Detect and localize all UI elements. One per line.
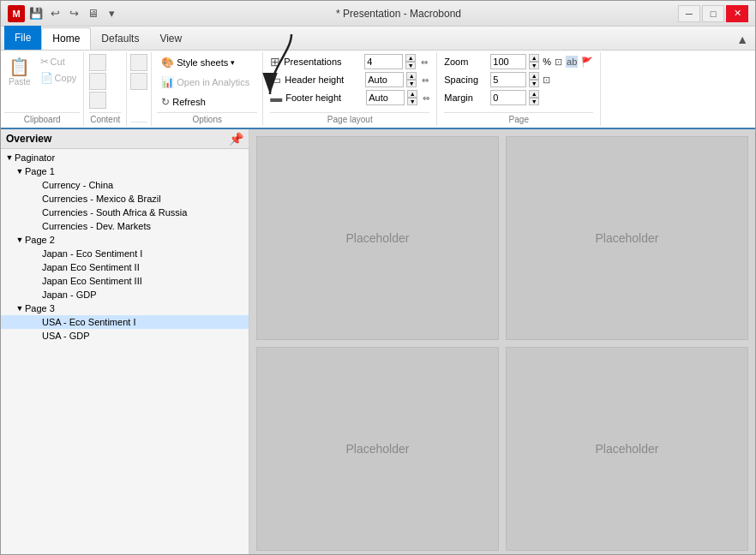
tree-page-3[interactable]: ▼ Page 3 [1, 301, 249, 315]
ribbon-collapse-icon[interactable]: ▲ [733, 29, 752, 50]
copy-label: Copy [55, 73, 77, 83]
tree-item-currencies-mexico[interactable]: Currencies - Mexico & Brazil [1, 192, 249, 206]
zoom-icon-2[interactable]: ab [566, 56, 578, 68]
page-label: Page [444, 112, 593, 124]
tree-page-1[interactable]: ▼ Page 1 [1, 164, 249, 178]
page-layout-label: Page layout [270, 112, 429, 124]
spacing-icon[interactable]: ⊡ [543, 75, 550, 86]
margin-up[interactable]: ▲ [529, 90, 539, 98]
spacing-row: Spacing ▲ ▼ ⊡ [444, 72, 593, 87]
minimize-button[interactable]: ─ [678, 5, 700, 22]
content-area: Placeholder Placeholder Placeholder Plac… [249, 129, 755, 555]
japan-eco-2-label: Japan Eco Sentiment II [42, 262, 140, 272]
margin-input[interactable] [490, 90, 526, 105]
japan-gdp-label: Japan - GDP [42, 289, 97, 300]
zoom-pct: % [543, 57, 551, 67]
footer-expand[interactable]: ⇔ [423, 93, 429, 103]
header-expand[interactable]: ⇔ [422, 75, 429, 85]
open-analytics-button[interactable]: 📊 Open in Analytics [157, 74, 257, 91]
spacing-label: Spacing [444, 75, 487, 85]
spacing-up[interactable]: ▲ [529, 72, 539, 80]
paste-button[interactable]: 📋 Paste [4, 54, 35, 89]
tree-japan-eco-1[interactable]: Japan - Eco Sentiment I [1, 247, 249, 260]
tab-defaults[interactable]: Defaults [91, 27, 149, 50]
sidebar-pin-icon[interactable]: 📌 [229, 132, 243, 146]
restore-button[interactable]: □ [702, 5, 724, 22]
content-icon-4[interactable] [130, 54, 147, 71]
style-sheets-label: Style sheets [177, 57, 228, 68]
ribbon-tabs: File Home Defaults View ▲ [1, 27, 755, 51]
tree-usa-eco-1[interactable]: USA - Eco Sentiment I [1, 315, 249, 329]
margin-down[interactable]: ▼ [529, 98, 539, 105]
save-icon[interactable]: 💾 [28, 6, 44, 21]
content-icon-1[interactable] [89, 54, 106, 71]
tree-japan-eco-3[interactable]: Japan Eco Sentiment III [1, 274, 249, 288]
footer-up[interactable]: ▲ [407, 90, 417, 98]
copy-button[interactable]: 📄 Copy [37, 70, 81, 86]
content-group-2 [127, 52, 152, 126]
placeholder-4: Placeholder [506, 347, 748, 551]
margin-spinner: ▲ ▼ [529, 90, 539, 105]
header-up[interactable]: ▲ [406, 72, 417, 80]
page3-label: Page 3 [25, 303, 55, 313]
footer-height-input[interactable] [366, 90, 405, 105]
tree-item-currency-china[interactable]: Currency - China [1, 178, 249, 192]
zoom-icon-3[interactable]: 🚩 [581, 57, 593, 68]
presentations-spinner: ▲ ▼ [405, 54, 416, 69]
spacing-spinner: ▲ ▼ [529, 72, 539, 87]
tree-page-2[interactable]: ▼ Page 2 [1, 233, 249, 247]
tab-file[interactable]: File [4, 26, 41, 50]
presentations-input[interactable] [364, 54, 403, 69]
tab-view[interactable]: View [149, 27, 192, 50]
cut-copy-buttons: ✂ Cut 📄 Copy [37, 54, 81, 86]
undo-icon[interactable]: ↩ [47, 6, 63, 21]
zoom-input[interactable] [490, 54, 526, 69]
margin-row: Margin ▲ ▼ [444, 90, 593, 105]
page-layout-group: ⊞ Presentations ▲ ▼ ⇔ ▭ Header height ▲ … [263, 52, 437, 126]
tree-japan-gdp[interactable]: Japan - GDP [1, 288, 249, 301]
header-height-input[interactable] [365, 72, 404, 87]
options-group: 🎨 Style sheets ▾ 📊 Open in Analytics ↻ R… [152, 52, 263, 126]
paginator-label: Paginator [15, 152, 55, 163]
copy-icon: 📄 [40, 72, 53, 84]
tree-item-currencies-sa-russia[interactable]: Currencies - South Africa & Russia [1, 206, 249, 219]
options-label: Options [157, 112, 257, 124]
style-sheets-icon: 🎨 [161, 57, 174, 69]
redo-icon[interactable]: ↪ [66, 6, 81, 21]
tree-japan-eco-2[interactable]: Japan Eco Sentiment II [1, 260, 249, 274]
zoom-up[interactable]: ▲ [529, 54, 539, 62]
presentations-down[interactable]: ▼ [405, 62, 416, 69]
content-icon-3[interactable] [89, 92, 106, 109]
zoom-icon-1[interactable]: ⊡ [555, 57, 562, 68]
page1-arrow: ▼ [15, 167, 25, 176]
footer-down[interactable]: ▼ [407, 98, 417, 105]
style-sheets-button[interactable]: 🎨 Style sheets ▾ [157, 54, 257, 71]
presentations-up[interactable]: ▲ [405, 54, 416, 62]
tree-paginator[interactable]: ▼ Paginator [1, 151, 249, 164]
zoom-label: Zoom [444, 57, 487, 67]
spacing-input[interactable] [490, 72, 526, 87]
cut-button[interactable]: ✂ Cut [37, 54, 81, 69]
spacing-down[interactable]: ▼ [529, 80, 539, 87]
header-down[interactable]: ▼ [406, 80, 417, 87]
open-analytics-icon: 📊 [161, 76, 174, 88]
title-bar: M 💾 ↩ ↪ 🖥 ▾ * Presentation - Macrobond ─… [1, 1, 755, 27]
zoom-down[interactable]: ▼ [529, 62, 539, 69]
monitor-icon[interactable]: 🖥 [85, 6, 100, 21]
presentations-expand[interactable]: ⇔ [421, 57, 428, 67]
refresh-button[interactable]: ↻ Refresh [157, 93, 257, 110]
sidebar-title: Overview [6, 133, 51, 145]
content-label-2 [130, 122, 147, 124]
usa-gdp-label: USA - GDP [42, 331, 90, 341]
sidebar-tree: ▼ Paginator ▼ Page 1 Currency - China Cu… [1, 149, 249, 555]
currencies-mexico-label: Currencies - Mexico & Brazil [42, 194, 161, 204]
content-icon-2[interactable] [89, 73, 106, 90]
content-icon-5[interactable] [130, 73, 147, 90]
quick-access-icon[interactable]: ▾ [104, 6, 119, 21]
currencies-dev-label: Currencies - Dev. Markets [42, 221, 151, 231]
tree-item-currencies-dev[interactable]: Currencies - Dev. Markets [1, 219, 249, 233]
tab-home[interactable]: Home [41, 27, 91, 50]
title-bar-left: M 💾 ↩ ↪ 🖥 ▾ [8, 5, 119, 22]
close-button[interactable]: ✕ [726, 5, 748, 22]
tree-usa-gdp[interactable]: USA - GDP [1, 329, 249, 343]
